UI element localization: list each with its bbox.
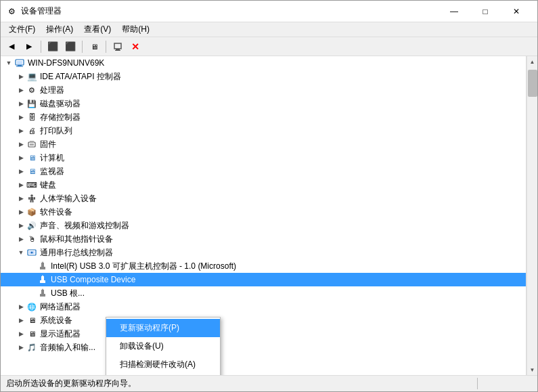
menu-action[interactable]: 操作(A) (41, 22, 79, 37)
monitor-icon: 🖥 (26, 166, 37, 177)
context-menu-item-uninstall[interactable]: 卸载设备(U) (106, 337, 220, 355)
toolbar-btn3[interactable]: ⬛ (45, 39, 61, 54)
toolbar-back[interactable]: ◀ (3, 39, 20, 54)
scroll-up-arrow[interactable]: ▲ (527, 56, 538, 67)
svg-rect-1 (116, 49, 120, 50)
network-expand[interactable]: ▶ (16, 301, 26, 312)
tree-item-usb[interactable]: ▼ 通用串行总线控制器 (1, 246, 526, 259)
human-expand[interactable]: ▶ (16, 193, 26, 204)
scrollbar-thumb[interactable] (528, 70, 537, 97)
toolbar-btn7[interactable]: ✕ (127, 39, 143, 54)
usb-icon (26, 247, 37, 258)
tree-root[interactable]: ▼ WIN-DFS9NUNV69K (1, 56, 526, 70)
tree-item-keyboard[interactable]: ▶ ⌨ 键盘 (1, 178, 526, 192)
tree-item-ide[interactable]: ▶ 💻 IDE ATA/ATAPI 控制器 (1, 70, 526, 83)
scroll-down-arrow[interactable]: ▼ (527, 364, 538, 375)
tree-item-system[interactable]: ▶ 🖥 系统设备 (1, 313, 526, 327)
sound-label: 声音、视频和游戏控制器 (40, 220, 129, 232)
keyboard-icon: ⌨ (26, 179, 37, 190)
tree-item-usb-composite[interactable]: USB Composite Device (1, 273, 526, 286)
tree-item-usb-root[interactable]: USB 根... (1, 286, 526, 300)
tree-item-mouse[interactable]: ▶ 🖱 鼠标和其他指针设备 (1, 232, 526, 246)
audio-expand[interactable]: ▶ (16, 342, 26, 353)
minimize-button[interactable]: — (439, 1, 470, 22)
tree-item-display[interactable]: ▶ 🖥 显示适配器 (1, 327, 526, 341)
storage-icon: 🗄 (26, 112, 37, 123)
system-expand[interactable]: ▶ (16, 315, 26, 326)
svg-rect-8 (30, 144, 34, 146)
usb-label: 通用串行总线控制器 (40, 247, 113, 259)
display-icon: 🖥 (26, 328, 37, 339)
tree-item-network[interactable]: ▶ 🌐 网络适配器 (1, 300, 526, 313)
svg-rect-14 (28, 197, 30, 200)
display-expand[interactable]: ▶ (16, 328, 26, 339)
usb-root-expand[interactable] (26, 288, 37, 299)
tree-item-audio[interactable]: ▶ 🎵 音频输入和输... (1, 341, 526, 354)
usb-composite-icon (37, 274, 48, 285)
mouse-expand[interactable]: ▶ (16, 234, 26, 244)
title-bar-text: 设备管理器 (21, 5, 439, 17)
software-label: 软件设备 (40, 206, 72, 218)
tree-item-monitor[interactable]: ▶ 🖥 监视器 (1, 165, 526, 178)
tree-panel[interactable]: ▼ WIN-DFS9NUNV69K ▶ 💻 IDE ATA/ATAPI 控制器 (1, 56, 526, 375)
print-icon: 🖨 (26, 125, 37, 136)
tree-item-storage[interactable]: ▶ 🗄 存储控制器 (1, 110, 526, 124)
toolbar-btn6[interactable] (110, 39, 126, 54)
title-bar-controls: — □ ✕ (439, 1, 532, 22)
tree-item-cpu[interactable]: ▶ ⚙ 处理器 (1, 83, 526, 97)
monitor-expand[interactable]: ▶ (16, 166, 26, 177)
toolbar-forward[interactable]: ▶ (21, 39, 37, 54)
toolbar-btn5[interactable]: 🖥 (86, 39, 102, 54)
maximize-button[interactable]: □ (470, 1, 501, 22)
svg-rect-15 (34, 197, 35, 200)
svg-rect-22 (40, 280, 45, 283)
computer-expand[interactable]: ▶ (16, 152, 26, 163)
tree-item-sound[interactable]: ▶ 🔊 声音、视频和游戏控制器 (1, 219, 526, 232)
close-button[interactable]: ✕ (501, 1, 532, 22)
toolbar-btn4[interactable]: ⬛ (62, 39, 79, 54)
context-menu-item-scan[interactable]: 扫描检测硬件改动(A) (106, 355, 220, 374)
print-expand[interactable]: ▶ (16, 125, 26, 136)
tree-item-human[interactable]: ▶ 人体学输入设备 (1, 192, 526, 205)
usb-expand[interactable]: ▼ (16, 247, 26, 258)
toolbar: ◀ ▶ ⬛ ⬛ 🖥 ✕ (1, 37, 537, 56)
usb-composite-expand[interactable] (26, 274, 37, 285)
toolbar-sep-1 (41, 41, 41, 53)
mouse-icon: 🖱 (26, 234, 37, 244)
cpu-label: 处理器 (40, 85, 64, 96)
root-expand[interactable]: ▼ (3, 58, 14, 68)
svg-rect-19 (40, 267, 45, 269)
tree-item-usb-intel[interactable]: Intel(R) USB 3.0 可扩展主机控制器 - 1.0 (Microso… (1, 259, 526, 273)
tree-item-software[interactable]: ▶ 📦 软件设备 (1, 205, 526, 219)
sound-expand[interactable]: ▶ (16, 220, 26, 231)
title-bar-icon: ⚙ (6, 6, 17, 17)
usb-composite-label: USB Composite Device (51, 275, 135, 284)
root-icon (14, 58, 25, 68)
svg-rect-12 (30, 200, 32, 202)
keyboard-expand[interactable]: ▶ (16, 179, 26, 190)
firmware-expand[interactable]: ▶ (16, 139, 26, 150)
tree-item-disk[interactable]: ▶ 💾 磁盘驱动器 (1, 97, 526, 110)
menu-view[interactable]: 查看(V) (79, 22, 116, 37)
storage-expand[interactable]: ▶ (16, 112, 26, 123)
menu-bar: 文件(F) 操作(A) 查看(V) 帮助(H) (1, 22, 537, 37)
context-menu-item-update[interactable]: 更新驱动程序(P) (106, 319, 220, 337)
svg-rect-11 (30, 197, 34, 200)
usb-intel-expand[interactable] (26, 261, 37, 271)
context-menu-item-properties[interactable]: 属性(R) (106, 374, 220, 375)
context-menu: 更新驱动程序(P) 卸载设备(U) 扫描检测硬件改动(A) 属性(R) (106, 317, 221, 375)
cpu-expand[interactable]: ▶ (16, 85, 26, 95)
menu-help[interactable]: 帮助(H) (116, 22, 155, 37)
system-label: 系统设备 (40, 315, 72, 326)
disk-expand[interactable]: ▶ (16, 98, 26, 109)
tree-item-print[interactable]: ▶ 🖨 打印队列 (1, 124, 526, 137)
tree-item-firmware[interactable]: ▶ 固件 (1, 137, 526, 151)
root-label: WIN-DFS9NUNV69K (28, 58, 104, 68)
ide-expand[interactable]: ▶ (16, 71, 26, 82)
software-expand[interactable]: ▶ (16, 206, 26, 217)
usb-root-icon (37, 288, 48, 299)
svg-rect-0 (114, 43, 121, 49)
tree-item-computer[interactable]: ▶ 🖥 计算机 (1, 151, 526, 165)
menu-file[interactable]: 文件(F) (3, 22, 41, 37)
scrollbar[interactable]: ▲ ▼ (526, 56, 537, 375)
